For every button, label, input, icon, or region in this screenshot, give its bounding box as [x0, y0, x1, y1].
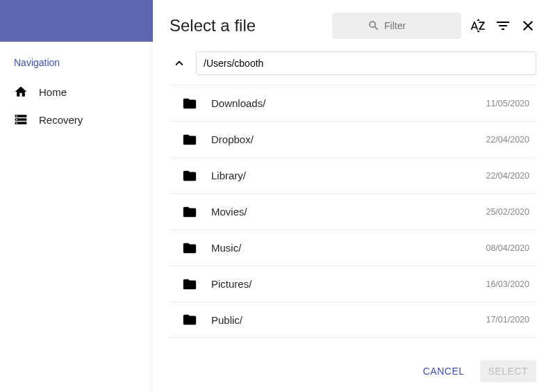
- cancel-button[interactable]: Cancel: [415, 360, 473, 382]
- path-input[interactable]: [196, 51, 536, 75]
- file-date: 22/04/2020: [486, 135, 529, 145]
- folder-icon: [182, 312, 197, 327]
- list-item[interactable]: Music/ 08/04/2020: [170, 229, 536, 266]
- list-item[interactable]: Pictures/ 16/03/2020: [170, 266, 536, 302]
- filter-icon[interactable]: [495, 17, 511, 34]
- file-name: Downloads/: [211, 97, 472, 109]
- dialog-footer: Cancel Select: [170, 352, 536, 382]
- file-dialog: Select a file Downloads/ 11/05/2020 Drop…: [153, 0, 553, 392]
- file-date: 25/02/2020: [486, 207, 529, 217]
- file-name: Library/: [211, 170, 472, 181]
- sidebar: Navigation Home Recovery: [0, 0, 153, 392]
- file-name: Pictures/: [211, 278, 472, 290]
- search-icon: [368, 19, 380, 32]
- storage-icon: [14, 113, 28, 126]
- select-button: Select: [480, 360, 536, 382]
- file-name: Dropbox/: [211, 133, 472, 145]
- close-icon[interactable]: [520, 17, 536, 34]
- folder-icon: [182, 132, 197, 147]
- branding-bar: [0, 0, 153, 42]
- filter-box[interactable]: [332, 13, 461, 39]
- file-date: 08/04/2020: [486, 243, 529, 253]
- list-item[interactable]: Library/ 22/04/2020: [170, 157, 536, 193]
- list-item[interactable]: Dropbox/ 22/04/2020: [170, 121, 536, 157]
- file-date: 11/05/2020: [486, 99, 529, 108]
- sidebar-item-home[interactable]: Home: [0, 78, 153, 106]
- file-list: Downloads/ 11/05/2020 Dropbox/ 22/04/202…: [170, 85, 536, 352]
- folder-icon: [182, 240, 197, 256]
- sidebar-item-label: Recovery: [39, 114, 83, 126]
- file-name: Public/: [211, 314, 472, 326]
- list-item[interactable]: Public/ 17/01/2020: [170, 302, 536, 338]
- sort-alpha-icon[interactable]: [470, 17, 486, 34]
- list-item[interactable]: Downloads/ 11/05/2020: [170, 85, 536, 121]
- nav-title: Navigation: [0, 42, 153, 78]
- home-icon: [14, 85, 28, 99]
- file-name: Music/: [211, 242, 472, 254]
- file-date: 22/04/2020: [486, 171, 529, 181]
- sidebar-item-label: Home: [39, 86, 67, 98]
- chevron-up-icon: [172, 56, 187, 71]
- file-date: 16/03/2020: [486, 279, 529, 289]
- list-item[interactable]: Movies/ 25/02/2020: [170, 193, 536, 229]
- up-button[interactable]: [170, 54, 189, 73]
- file-name: Movies/: [211, 206, 472, 218]
- folder-icon: [182, 168, 197, 183]
- dialog-title: Select a file: [170, 16, 324, 35]
- filter-input[interactable]: [384, 20, 426, 31]
- path-row: [170, 51, 536, 75]
- folder-icon: [182, 204, 197, 220]
- file-date: 17/01/2020: [486, 315, 529, 325]
- folder-icon: [182, 96, 197, 111]
- dialog-header: Select a file: [170, 13, 536, 39]
- sidebar-item-recovery[interactable]: Recovery: [0, 106, 153, 133]
- folder-icon: [182, 277, 197, 292]
